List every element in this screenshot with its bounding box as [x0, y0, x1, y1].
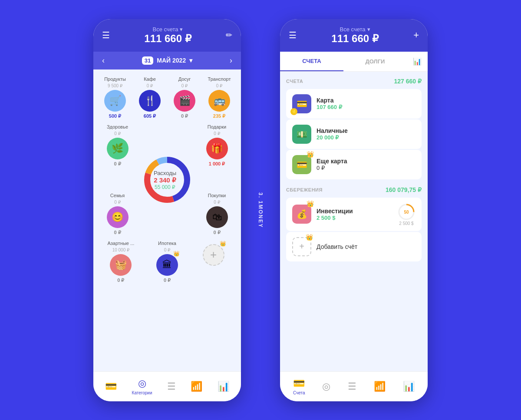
right-footer: 💳 Счета ◎ ☰ 📶 📊 — [280, 371, 428, 401]
middle-section: Здоровье 0 ₽ 🌿 0 ₽ Семья 0 ₽ 😊 0 ₽ — [99, 124, 235, 235]
savings-section: СБЕРЕЖЕНИЯ 160 079,75 ₽ 💰 👑 Инвестиции 2… — [286, 186, 422, 231]
donut-chart: Расходы 2 340 ₽ 55 000 ₽ — [139, 136, 195, 223]
left-footer: 💳 ◎ Категории ☰ 📶 📊 — [93, 371, 241, 401]
category-semya[interactable]: Семья 0 ₽ 😊 0 ₽ — [99, 193, 135, 235]
nalichnye-icon: 💵 — [292, 125, 311, 144]
right-footer-stats[interactable]: 📊 — [403, 381, 415, 392]
account-investitsii[interactable]: 💰 👑 Инвестиции 2 500 $ 50 2 500 $ — [286, 198, 422, 231]
vertical-text: 3. 1MONEY — [257, 192, 264, 228]
account-karta[interactable]: 💳 ⭐ Карта 107 660 ₽ — [286, 89, 422, 119]
produkty-icon: 🛒 — [104, 90, 126, 112]
footer-list[interactable]: ☰ — [167, 381, 176, 392]
left-phone-body: Продукты 9 500 ₽ 🛒 500 ₽ Кафе 0 ₽ 🍴 605 … — [93, 69, 241, 371]
category-transport[interactable]: Транспорт 0 ₽ 🚌 235 ₽ — [204, 76, 235, 119]
right-circle-icon: ◎ — [322, 381, 330, 392]
tab-accounts[interactable]: СЧЕТА — [280, 52, 343, 71]
right-accounts-label: Все счета — [340, 26, 366, 33]
category-kafe[interactable]: Кафе 0 ₽ 🍴 605 ₽ — [134, 76, 165, 119]
chart-tab-icon[interactable]: 📊 — [407, 53, 428, 70]
cards-icon: 💳 — [105, 381, 117, 392]
left-menu-icon[interactable]: ☰ — [102, 30, 110, 40]
add-account-icon: + 👑 — [292, 237, 311, 256]
left-header: ☰ Все счета ▾ 111 660 ₽ ✏ — [93, 19, 241, 52]
left-accounts-label: Все счета — [153, 26, 178, 33]
account-nalichnye[interactable]: 💵 Наличные 20 000 ₽ — [286, 119, 422, 149]
top-categories-grid: Продукты 9 500 ₽ 🛒 500 ₽ Кафе 0 ₽ 🍴 605 … — [99, 76, 235, 119]
tab-debts[interactable]: ДОЛГИ — [343, 52, 407, 71]
zdorovye-icon: 🌿 — [107, 138, 129, 159]
tabs-bar: СЧЕТА ДОЛГИ 📊 — [280, 52, 428, 72]
investitsii-info: Инвестиции 2 500 $ — [317, 208, 392, 221]
stats-icon: 📊 — [218, 381, 229, 392]
savings-section-title: СБЕРЕЖЕНИЯ — [286, 187, 323, 192]
app-container: ☰ Все счета ▾ 111 660 ₽ ✏ ‹ 31 МАЙ 2022 … — [85, 10, 436, 410]
progress-ring: 50 — [397, 203, 415, 221]
footer-cards[interactable]: 💳 — [105, 381, 117, 392]
date-nav-center: 31 МАЙ 2022 ▾ — [142, 56, 192, 65]
savings-section-total: 160 079,75 ₽ — [386, 186, 422, 193]
day-badge: 31 — [142, 56, 153, 65]
right-accounts-label: Счета — [293, 390, 305, 395]
right-cards-icon: 💳 — [293, 378, 305, 389]
add-account-button[interactable]: + 👑 Добавить счёт — [286, 232, 422, 261]
category-zdorovye[interactable]: Здоровье 0 ₽ 🌿 0 ₽ — [99, 124, 135, 167]
ipoteka-icon: 🏛 — [156, 254, 178, 276]
pokupki-icon: 🛍 — [206, 206, 228, 228]
right-header-center: Все счета ▾ 111 660 ₽ — [331, 26, 378, 45]
donut-label: Расходы 2 340 ₽ 55 000 ₽ — [154, 169, 176, 190]
left-dropdown-arrow[interactable]: ▾ — [180, 26, 183, 33]
right-footer-list[interactable]: ☰ — [348, 381, 356, 392]
left-mid-cats: Здоровье 0 ₽ 🌿 0 ₽ Семья 0 ₽ 😊 0 ₽ — [99, 124, 135, 235]
add-category-icon: + — [203, 244, 224, 266]
nalichnye-info: Наличные 20 000 ₽ — [317, 127, 415, 141]
footer-categories[interactable]: ◎ Категории — [132, 378, 152, 395]
footer-sync[interactable]: 📶 — [191, 381, 202, 392]
date-dropdown-arrow[interactable]: ▾ — [189, 57, 192, 64]
category-podarki[interactable]: Подарки 0 ₽ 🎁 1 000 ₽ — [199, 124, 235, 167]
left-total-amount: 111 660 ₽ — [144, 33, 191, 45]
karta-icon: 💳 ⭐ — [292, 94, 311, 113]
category-ipoteka[interactable]: Ипотека 0 ₽ 🏛 👑 0 ₽ — [146, 241, 189, 283]
podarki-icon: 🎁 — [206, 138, 228, 159]
right-stats-icon: 📊 — [403, 381, 415, 392]
karta-star: ⭐ — [290, 108, 297, 115]
categories-icon: ◎ — [138, 378, 146, 389]
investitsii-icon: 💰 👑 — [292, 205, 311, 224]
esche-karta-icon: 💳 👑 — [292, 155, 311, 174]
add-account-label: Добавить счёт — [317, 243, 357, 250]
list-icon: ☰ — [167, 381, 176, 392]
right-dropdown-arrow[interactable]: ▾ — [367, 26, 370, 33]
right-footer-sync[interactable]: 📶 — [374, 381, 386, 392]
category-dosug[interactable]: Досуг 0 ₽ 🎬 0 ₽ — [169, 76, 200, 119]
right-footer-accounts[interactable]: 💳 Счета — [293, 378, 305, 395]
category-pokupki[interactable]: Покупки 0 ₽ 🛍 0 ₽ — [199, 193, 235, 235]
right-header: ☰ Все счета ▾ 111 660 ₽ + — [280, 19, 428, 52]
right-phone: ☰ Все счета ▾ 111 660 ₽ + СЧЕТА ДОЛГИ 📊 — [280, 19, 428, 401]
category-add[interactable]: + 👑 — [192, 241, 235, 283]
investitsii-progress: 50 2 500 $ — [397, 203, 415, 226]
next-month-arrow[interactable]: › — [230, 56, 232, 65]
left-edit-icon[interactable]: ✏ — [226, 30, 232, 40]
sync-icon: 📶 — [191, 381, 202, 392]
karta-info: Карта 107 660 ₽ — [317, 97, 415, 110]
category-produkty[interactable]: Продукты 9 500 ₽ 🛒 500 ₽ — [99, 76, 131, 119]
transport-icon: 🚌 — [208, 90, 230, 112]
right-add-icon[interactable]: + — [413, 30, 419, 41]
right-menu-icon[interactable]: ☰ — [289, 30, 297, 40]
right-list-icon: ☰ — [348, 381, 356, 392]
account-esche-karta[interactable]: 💳 👑 Еще карта 0 ₽ — [286, 150, 422, 179]
dosug-icon: 🎬 — [174, 90, 195, 112]
right-total-amount: 111 660 ₽ — [331, 33, 378, 45]
semya-icon: 😊 — [107, 206, 129, 228]
investitsii-crown: 👑 — [307, 200, 314, 207]
accounts-section-header: СЧЕТА 127 660 ₽ — [286, 78, 422, 85]
add-crown: 👑 — [306, 234, 313, 241]
right-mid-cats: Подарки 0 ₽ 🎁 1 000 ₽ Покупки 0 ₽ 🛍 0 ₽ — [199, 124, 235, 235]
accounts-section-title: СЧЕТА — [286, 79, 303, 84]
add-crown: 👑 — [220, 241, 226, 247]
prev-month-arrow[interactable]: ‹ — [102, 56, 105, 65]
svg-text:50: 50 — [404, 210, 409, 215]
category-azartnye[interactable]: Азартные ... 10 000 ₽ 🧺 0 ₽ — [99, 241, 142, 283]
right-footer-circle[interactable]: ◎ — [322, 381, 330, 392]
footer-stats[interactable]: 📊 — [218, 381, 229, 392]
